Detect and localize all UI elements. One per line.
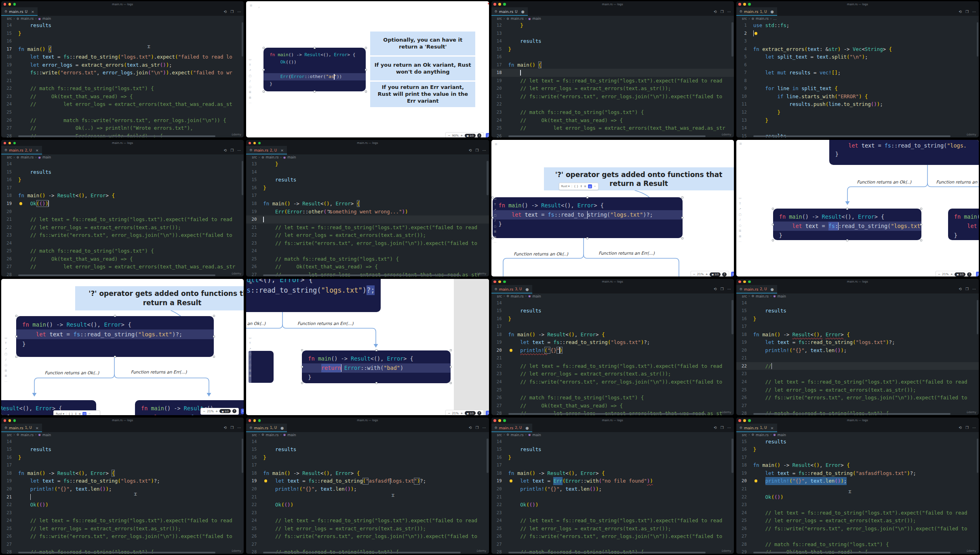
selection-handle[interactable]: [450, 382, 452, 384]
maximize-button[interactable]: [748, 419, 751, 422]
tab-main-rs[interactable]: ⚙main.rs1, U×: [1, 424, 42, 432]
breadcrumb-item[interactable]: src: [7, 433, 12, 437]
tool-icon[interactable]: ▢: [739, 213, 742, 216]
selection-handle[interactable]: [263, 91, 265, 93]
tool-icon[interactable]: ↗: [494, 208, 496, 211]
split-editor-icon[interactable]: ❐: [721, 287, 724, 291]
page-indicator[interactable]: ▣2/3: [219, 409, 230, 413]
sticky-note[interactable]: If you return an Ok variant, Rust won't …: [370, 57, 475, 80]
selection-handle[interactable]: [263, 47, 265, 49]
tab-close-icon[interactable]: ×: [36, 426, 39, 430]
zoom-out-button[interactable]: −: [448, 412, 450, 415]
breadcrumb-item[interactable]: main: [42, 17, 51, 21]
branch-label[interactable]: Function returns an Ok(..): [514, 251, 568, 256]
breadcrumb-item[interactable]: main.rs: [511, 294, 524, 298]
breadcrumb-item[interactable]: src: [742, 433, 747, 437]
breadcrumb-item[interactable]: main: [42, 155, 51, 159]
zoom-in-button[interactable]: +: [705, 272, 708, 276]
more-actions-icon[interactable]: ⋯: [237, 426, 241, 430]
zoom-out-button[interactable]: −: [448, 134, 450, 137]
maximize-button[interactable]: [503, 419, 506, 422]
split-editor-icon[interactable]: ❐: [721, 426, 724, 430]
code-card[interactable]: fn main() -> Result<(), Error> { let tex…: [948, 209, 979, 240]
tool-icon[interactable]: ▢: [4, 352, 7, 356]
language-dropdown[interactable]: Rust ▾: [56, 412, 64, 415]
tool-icon[interactable]: /: [740, 218, 740, 222]
breadcrumb-item[interactable]: src: [7, 155, 12, 159]
code-card[interactable]: fn main() -> Result<(), Error> { let tex…: [16, 316, 214, 357]
breadcrumb-item[interactable]: …: [773, 17, 777, 21]
branch-label[interactable]: Function returns an Ok(..): [45, 370, 99, 375]
zoom-in-button[interactable]: +: [215, 409, 218, 413]
selection-handle[interactable]: [375, 349, 377, 351]
tool-icon[interactable]: T: [249, 63, 251, 67]
help-button[interactable]: ?: [722, 272, 727, 276]
vertical-scrollbar[interactable]: [977, 439, 979, 473]
tab-close-icon[interactable]: ×: [36, 148, 39, 152]
code-card[interactable]: fn main() -> Result<(), Error> { Ok(()) …: [263, 48, 366, 91]
vertical-scrollbar[interactable]: [731, 300, 733, 334]
tab-dirty-icon[interactable]: ●: [521, 9, 525, 14]
minimize-button[interactable]: [8, 419, 11, 422]
sticky-note[interactable]: Optionally, you can have it return a 'Re…: [370, 32, 475, 55]
tool-icon[interactable]: ○: [494, 225, 496, 228]
tab-main-rs[interactable]: ⚙main.rs1, U●: [246, 424, 287, 432]
tab-main-rs[interactable]: ⚙main.rs3, U●: [491, 285, 532, 293]
selection-handle[interactable]: [213, 356, 215, 358]
language-dropdown[interactable]: Rust ▾: [561, 185, 570, 188]
horizontal-scrollbar[interactable]: [263, 274, 460, 276]
collapse-icon[interactable]: −: [88, 412, 91, 415]
selection-handle[interactable]: [365, 47, 367, 49]
maximize-button[interactable]: [13, 142, 16, 145]
breadcrumb-item[interactable]: main.rs: [756, 17, 769, 21]
whiteboard-canvas[interactable]: ⊞▭T↗▢/○☰⊞⋯'?' operator gets added onto f…: [491, 140, 734, 276]
selection-handle[interactable]: [586, 237, 588, 239]
code-editor[interactable]: 1415 results16}1718fn main() -> Result<(…: [491, 299, 734, 415]
breadcrumb-item[interactable]: src: [742, 17, 747, 21]
open-changes-icon[interactable]: ⟲: [714, 426, 717, 430]
selection-handle[interactable]: [15, 356, 17, 358]
selection-handle[interactable]: [681, 237, 683, 239]
app-chrome-icon[interactable]: ⌕: [258, 6, 260, 9]
breadcrumb-item[interactable]: main.rs: [756, 433, 769, 437]
breadcrumb-item[interactable]: src: [252, 433, 257, 437]
split-editor-icon[interactable]: ❐: [475, 426, 478, 430]
tool-icon[interactable]: ▢: [249, 352, 251, 356]
close-button[interactable]: [4, 3, 6, 6]
tab-dirty-icon[interactable]: ●: [525, 426, 529, 430]
selection-handle[interactable]: [114, 356, 116, 358]
zoom-out-button[interactable]: −: [938, 272, 940, 276]
lightbulb-icon[interactable]: [510, 349, 512, 352]
breadcrumb-item[interactable]: src: [497, 17, 502, 21]
tab-main-rs[interactable]: ⚙main.rs1, U●: [736, 7, 777, 16]
app-chrome-icon[interactable]: ⊞: [250, 4, 252, 7]
code-editor[interactable]: 1use std::fs;234fn extract_errors(text: …: [736, 21, 979, 137]
code-card[interactable]: fn main() -> Result<(), Error> { let tex…: [773, 209, 921, 240]
breadcrumb-item[interactable]: src: [497, 433, 502, 437]
open-changes-icon[interactable]: ⟲: [224, 148, 227, 152]
breadcrumb-item[interactable]: main: [778, 433, 786, 437]
selection-handle[interactable]: [586, 196, 588, 198]
breadcrumb-item[interactable]: main: [532, 433, 541, 437]
tab-main-rs[interactable]: ⚙main.rs2, U×: [246, 146, 287, 154]
zoom-in-button[interactable]: +: [950, 272, 953, 276]
tab-dirty-icon[interactable]: ●: [771, 287, 774, 291]
selection-handle[interactable]: [491, 237, 493, 239]
breadcrumb-item[interactable]: main: [532, 294, 541, 298]
selection-handle[interactable]: [213, 315, 215, 317]
breadcrumb-item[interactable]: main: [778, 294, 786, 298]
tool-icon[interactable]: ▭: [494, 197, 497, 200]
present-button[interactable]: ⊡: [976, 272, 979, 276]
horizontal-scrollbar[interactable]: [18, 552, 215, 553]
open-changes-icon[interactable]: ⟲: [714, 287, 717, 291]
selection-handle[interactable]: [365, 69, 367, 71]
vertical-scrollbar[interactable]: [487, 439, 489, 473]
selection-handle[interactable]: [301, 366, 303, 368]
tool-icon[interactable]: ⋯: [494, 241, 497, 244]
tool-icon[interactable]: ☰: [249, 91, 251, 94]
lightbulb-icon[interactable]: [754, 32, 757, 35]
breadcrumb-item[interactable]: src: [7, 17, 12, 21]
tool-icon[interactable]: ▢: [249, 74, 251, 78]
tab-main-rs[interactable]: ⚙main.rs2, U●: [491, 424, 532, 432]
code-editor[interactable]: 1415 results16}1718fn main() -> Result<(…: [1, 438, 244, 554]
